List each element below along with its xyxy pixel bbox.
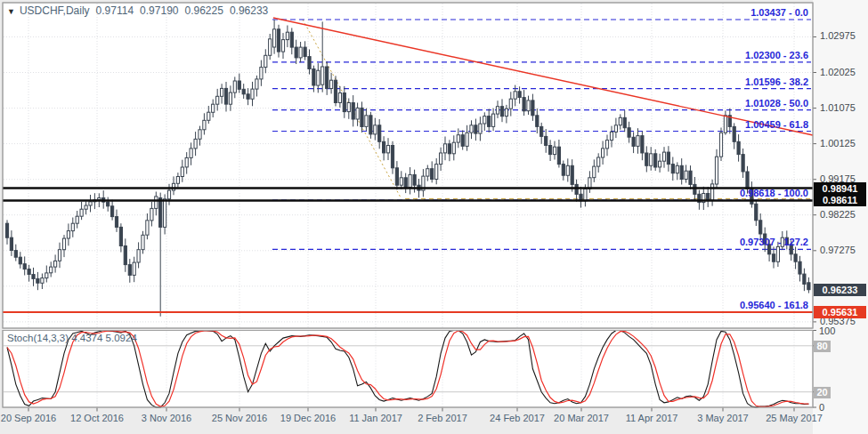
ohlc-low: 0.96225 xyxy=(185,4,223,17)
ohlc-close: 0.96233 xyxy=(230,4,268,17)
panel-splitter[interactable] xyxy=(3,327,813,332)
chart-canvas[interactable] xyxy=(0,0,868,434)
ohlc-open: 0.97114 xyxy=(96,4,134,17)
symbol-title: ▼USDCHF,Daily0.971140.971900.962250.9623… xyxy=(7,4,268,17)
ohlc-high: 0.97190 xyxy=(140,4,178,17)
trading-chart-window: 1.029751.020251.010751.001250.991750.982… xyxy=(0,0,868,434)
main-chart-panel[interactable] xyxy=(3,3,813,328)
symbol-timeframe-label: USDCHF,Daily xyxy=(20,4,90,17)
indicator-label: Stoch(14,3,3) 4.4374 5.0924 xyxy=(7,333,137,343)
symbol-collapse-icon[interactable]: ▼ xyxy=(7,7,15,16)
